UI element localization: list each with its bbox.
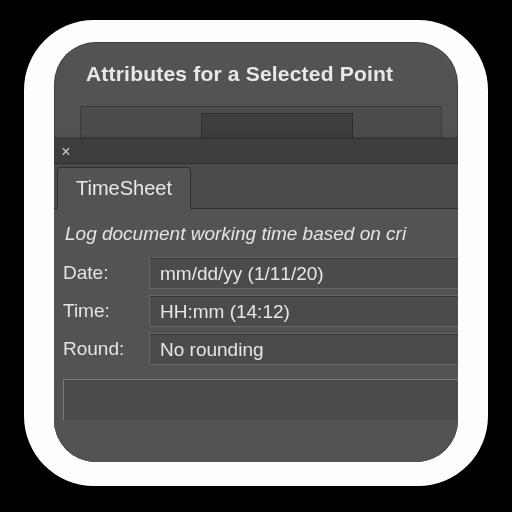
timesheet-tab-content: Log document working time based on cri D… (54, 209, 458, 462)
tab-timesheet[interactable]: TimeSheet (57, 167, 191, 209)
row-date: Date: mm/dd/yy (1/11/20) (63, 257, 458, 289)
inner-frame: Attributes for a Selected Point × TimeSh… (54, 42, 458, 462)
timesheet-window: × TimeSheet Log document working time ba… (54, 138, 458, 462)
field-time[interactable]: HH:mm (14:12) (149, 295, 458, 327)
close-icon[interactable]: × (57, 143, 75, 161)
attributes-title: Attributes for a Selected Point (86, 62, 393, 86)
label-date: Date: (63, 262, 149, 284)
timesheet-titlebar[interactable]: × (54, 139, 458, 164)
app-icon-card: Attributes for a Selected Point × TimeSh… (24, 20, 488, 486)
label-round: Round: (63, 338, 149, 360)
field-date[interactable]: mm/dd/yy (1/11/20) (149, 257, 458, 289)
timesheet-tab-row: TimeSheet (54, 164, 458, 209)
label-time: Time: (63, 300, 149, 322)
field-round[interactable]: No rounding (149, 333, 458, 365)
bottom-panel (63, 379, 458, 420)
row-round: Round: No rounding (63, 333, 458, 365)
timesheet-subtitle: Log document working time based on cri (65, 223, 458, 245)
row-time: Time: HH:mm (14:12) (63, 295, 458, 327)
